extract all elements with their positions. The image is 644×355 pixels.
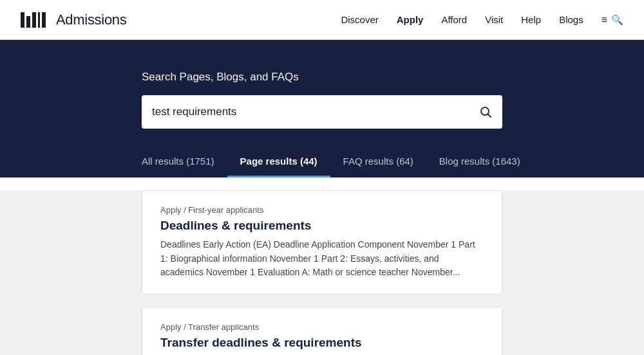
nav-discover[interactable]: Discover [341,14,378,25]
search-section: Search Pages, Blogs, and FAQs All result… [0,40,644,178]
site-header: Admissions Discover Apply Afford Visit H… [0,0,644,40]
site-title: Admissions [56,12,126,28]
result-title-2[interactable]: Transfer deadlines & requirements [160,336,484,350]
tab-faq-results[interactable]: FAQ results (64) [330,149,426,178]
results-section: Apply / First-year applicants Deadlines … [0,190,644,355]
nav-apply[interactable]: Apply [397,14,424,25]
mit-logo[interactable] [21,12,46,28]
results-inner: Apply / First-year applicants Deadlines … [129,190,515,355]
logo-bar-2 [26,16,30,28]
result-card-2: Apply / Transfer applicants Transfer dea… [142,307,502,355]
result-breadcrumb-2: Apply / Transfer applicants [160,322,484,332]
logo-bar-1 [21,12,24,28]
tab-page-results[interactable]: Page results (44) [227,149,330,178]
tab-blog-results[interactable]: Blog results (1643) [426,149,533,178]
nav-help[interactable]: Help [521,14,541,25]
logo-bar-5 [42,12,46,28]
nav-afford[interactable]: Afford [441,14,467,25]
nav-menu-search[interactable]: ≡ 🔍 [601,14,623,26]
search-icon [479,105,492,118]
result-title-1[interactable]: Deadlines & requirements [160,219,484,233]
result-snippet-1: Deadlines Early Action (EA) Deadline App… [160,238,484,280]
hamburger-icon: ≡ [601,14,607,26]
svg-line-1 [488,114,491,118]
header-left: Admissions [21,12,126,28]
search-container: Search Pages, Blogs, and FAQs [129,71,515,129]
result-card-1: Apply / First-year applicants Deadlines … [142,190,502,295]
logo-bar-4 [38,12,40,28]
logo-bar-3 [32,12,36,28]
main-nav: Discover Apply Afford Visit Help Blogs ≡… [341,14,623,26]
search-input[interactable] [152,105,479,118]
search-label: Search Pages, Blogs, and FAQs [142,71,502,84]
search-icon-nav: 🔍 [611,14,623,26]
nav-blogs[interactable]: Blogs [559,14,583,25]
search-box [142,95,502,129]
tabs-inner: All results (1751) Page results (44) FAQ… [129,149,515,178]
mit-logo-bars [21,12,46,28]
search-button[interactable] [479,105,492,118]
result-breadcrumb-1: Apply / First-year applicants [160,205,484,215]
tabs-bar: All results (1751) Page results (44) FAQ… [0,129,644,178]
tab-all-results[interactable]: All results (1751) [142,149,227,178]
nav-visit[interactable]: Visit [485,14,503,25]
